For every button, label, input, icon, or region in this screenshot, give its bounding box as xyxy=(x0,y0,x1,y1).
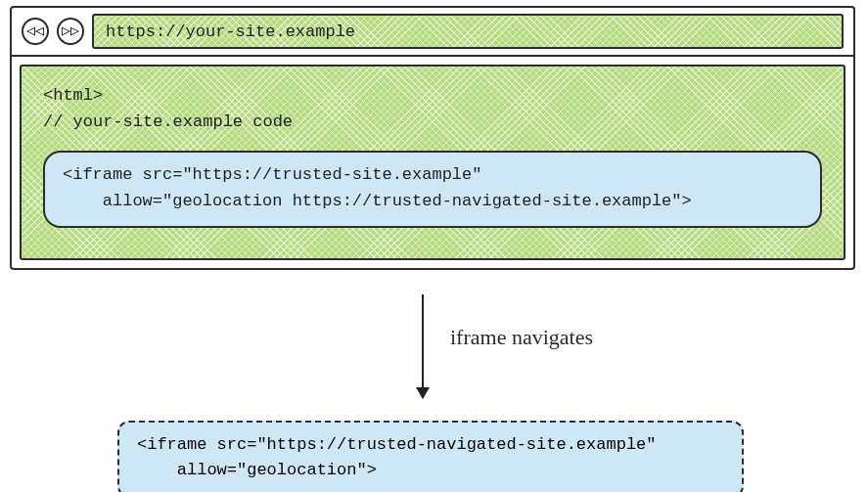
iframe1-line1: <iframe src="https://trusted-site.exampl… xyxy=(63,165,481,184)
arrow-line xyxy=(422,294,424,398)
iframe1-line2: allow="geolocation https://trusted-navig… xyxy=(63,192,692,210)
iframe-original: <iframe src="https://trusted-site.exampl… xyxy=(43,151,822,228)
rewind-icon: ◁◁ xyxy=(26,24,44,39)
fastforward-icon: ▷▷ xyxy=(62,24,79,39)
browser-viewport: <html> // your-site.example code <iframe… xyxy=(12,57,853,268)
iframe-navigated: <iframe src="https://trusted-navigated-s… xyxy=(117,421,744,492)
page-content: <html> // your-site.example code <iframe… xyxy=(20,65,845,260)
page-comment: // your-site.example code xyxy=(43,109,822,135)
back-button[interactable]: ◁◁ xyxy=(22,18,49,45)
browser-toolbar: ◁◁ ▷▷ https://your-site.example xyxy=(12,8,853,57)
forward-button[interactable]: ▷▷ xyxy=(57,18,84,45)
address-bar-url: https://your-site.example xyxy=(106,22,355,41)
navigation-arrow xyxy=(422,294,424,398)
html-open-tag: <html> xyxy=(43,82,822,109)
iframe2-line2: allow="geolocation"> xyxy=(137,461,377,479)
arrow-label: iframe navigates xyxy=(450,325,593,350)
browser-window: ◁◁ ▷▷ https://your-site.example <html> /… xyxy=(10,6,855,270)
address-bar[interactable]: https://your-site.example xyxy=(92,14,844,49)
iframe2-line1: <iframe src="https://trusted-navigated-s… xyxy=(137,435,657,454)
arrow-head-icon xyxy=(416,387,430,399)
